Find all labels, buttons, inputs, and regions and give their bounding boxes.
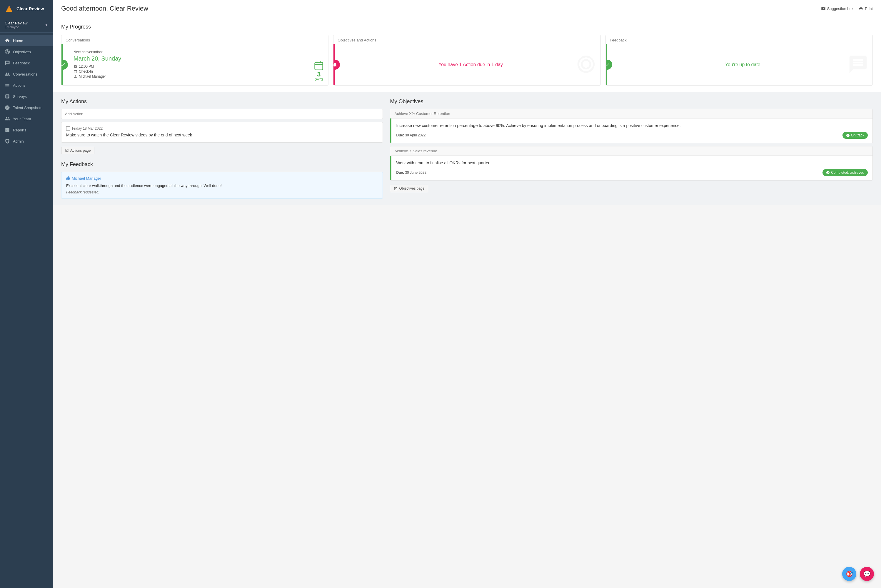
action-due-message: You have 1 Action due in 1 day xyxy=(345,62,596,68)
right-panel: My Objectives Achieve X% Customer Retent… xyxy=(390,99,873,199)
actions-page-button[interactable]: Actions page xyxy=(61,147,95,154)
conversation-details: 12:00 PM Check-In Michael Manager xyxy=(74,64,323,78)
print-icon xyxy=(858,6,863,11)
progress-card-objectives-body: You have 1 Action due in 1 day xyxy=(333,44,600,85)
sidebar-user[interactable]: Clear Review Employee ▼ xyxy=(0,17,53,33)
progress-section: My Progress Conversations Next conversat… xyxy=(53,17,881,92)
svg-marker-1 xyxy=(6,7,12,12)
sidebar-user-role: Employee xyxy=(5,25,27,29)
main-content: Good afternoon, Clear Review Suggestion … xyxy=(53,0,881,588)
feedback-doc-icon xyxy=(848,54,868,75)
sidebar-item-admin[interactable]: Admin xyxy=(0,135,53,147)
progress-card-feedback: Feedback You're up to date xyxy=(605,35,873,86)
my-objectives-title: My Objectives xyxy=(390,99,873,105)
my-feedback-title: My Feedback xyxy=(61,161,383,168)
sidebar-item-objectives[interactable]: Objectives xyxy=(0,46,53,57)
conversations-content: Next conversation: March 20, Sunday 12:0… xyxy=(63,44,328,85)
sidebar-label-conversations: Conversations xyxy=(13,72,38,76)
actions-icon xyxy=(5,82,10,88)
sidebar-label-actions: Actions xyxy=(13,83,26,88)
objective-desc-0: Increase new customer retention percenta… xyxy=(396,123,868,129)
sidebar-item-surveys[interactable]: Surveys xyxy=(0,91,53,102)
surveys-icon xyxy=(5,94,10,99)
objectives-page-button[interactable]: Objectives page xyxy=(390,184,428,192)
print-label: Print xyxy=(865,6,873,11)
progress-card-conversations: Conversations Next conversation: March 2… xyxy=(61,35,329,86)
feedback-icon xyxy=(5,60,10,66)
home-icon xyxy=(5,38,10,43)
print-button[interactable]: Print xyxy=(858,6,873,11)
my-actions-title: My Actions xyxy=(61,99,383,105)
sidebar-item-feedback[interactable]: Feedback xyxy=(0,57,53,69)
sidebar-item-yourteam[interactable]: Your Team xyxy=(0,113,53,124)
next-conversation-label: Next conversation: xyxy=(74,50,323,54)
app-name: Clear Review xyxy=(17,6,44,11)
reports-icon xyxy=(5,127,10,133)
feedback-content: You're up to date xyxy=(607,44,872,85)
suggestion-icon xyxy=(821,6,826,11)
action-text: Make sure to watch the Clear Review vide… xyxy=(66,132,378,138)
feedback-circle-icon xyxy=(605,60,612,70)
svg-point-4 xyxy=(7,51,8,52)
logo-icon xyxy=(5,4,14,13)
sidebar-item-conversations[interactable]: Conversations xyxy=(0,69,53,80)
feedback-ok-message: You're up to date xyxy=(618,62,868,68)
sidebar-label-admin: Admin xyxy=(13,139,24,144)
sidebar-item-reports[interactable]: Reports xyxy=(0,124,53,135)
feedback-from: Michael Manager xyxy=(66,176,378,180)
lower-section: My Actions Friday 18 Mar 2022 Make sure … xyxy=(53,92,881,205)
conversation-date: March 20, Sunday xyxy=(74,55,323,62)
sidebar-label-objectives: Objectives xyxy=(13,50,31,54)
calendar-days-icon xyxy=(314,61,324,71)
person-icon xyxy=(74,75,77,78)
suggestion-box-button[interactable]: Suggestion box xyxy=(821,6,854,11)
sidebar-label-talent: Talent Snapshots xyxy=(13,105,42,110)
main-header: Good afternoon, Clear Review Suggestion … xyxy=(53,0,881,17)
sidebar-label-reports: Reports xyxy=(13,128,27,132)
objectives-icon xyxy=(5,49,10,54)
action-checkbox[interactable] xyxy=(66,126,70,130)
action-date: Friday 18 Mar 2022 xyxy=(72,126,103,130)
page-greeting: Good afternoon, Clear Review xyxy=(61,5,148,12)
svg-rect-5 xyxy=(315,62,323,70)
progress-card-conversations-header: Conversations xyxy=(62,35,328,44)
feedback-body-text: Excellent clear walkthrough and the audi… xyxy=(66,183,378,189)
progress-card-feedback-body: You're up to date xyxy=(606,44,872,85)
my-actions-panel: My Actions Friday 18 Mar 2022 Make sure … xyxy=(61,99,383,154)
external-link-icon xyxy=(65,148,69,152)
feedback-card: Michael Manager Excellent clear walkthro… xyxy=(61,172,383,199)
objective-category-0: Achieve X% Customer Retention xyxy=(390,109,872,118)
sidebar-label-home: Home xyxy=(13,39,23,43)
progress-card-feedback-header: Feedback xyxy=(606,35,872,44)
sidebar-item-home[interactable]: Home xyxy=(0,35,53,46)
sidebar-item-actions[interactable]: Actions xyxy=(0,80,53,91)
my-feedback-panel: My Feedback Michael Manager Excellent cl… xyxy=(61,161,383,199)
objective-due-1: Due: 30 June 2022 xyxy=(396,171,426,175)
status-badge-0: On track xyxy=(842,132,868,139)
suggestion-box-label: Suggestion box xyxy=(827,6,854,11)
objective-category-1: Achieve X Sales revenue xyxy=(390,146,872,156)
target-fab[interactable]: 🎯 xyxy=(842,567,856,581)
sidebar-nav: Home Objectives Feedback Conversations A… xyxy=(0,33,53,588)
sidebar-user-name: Clear Review xyxy=(5,21,27,25)
talent-icon xyxy=(5,105,10,110)
left-panel: My Actions Friday 18 Mar 2022 Make sure … xyxy=(61,99,383,199)
add-action-input[interactable] xyxy=(61,109,383,119)
sidebar-label-surveys: Surveys xyxy=(13,94,27,99)
objective-due-0: Due: 30 April 2022 xyxy=(396,133,426,137)
objective-item-0: Achieve X% Customer Retention Increase n… xyxy=(390,109,873,143)
objective-desc-1: Work with team to finalise all OKRs for … xyxy=(396,160,868,166)
days-counter: 3 DAYS xyxy=(314,61,324,81)
check-circle-icon-2 xyxy=(826,171,830,175)
clock-icon xyxy=(74,64,77,69)
sidebar-item-talent[interactable]: Talent Snapshots xyxy=(0,102,53,113)
chat-fab[interactable]: 💬 xyxy=(860,567,874,581)
objectives-page-label: Objectives page xyxy=(399,186,424,190)
status-badge-1: Completed: achieved xyxy=(822,169,868,176)
actions-page-label: Actions page xyxy=(70,148,90,153)
yourteam-icon xyxy=(5,116,10,122)
sidebar-logo: Clear Review xyxy=(0,0,53,17)
thumbsup-icon xyxy=(66,176,70,180)
check-circle-icon xyxy=(846,134,850,137)
progress-card-conversations-body: Next conversation: March 20, Sunday 12:0… xyxy=(62,44,328,85)
